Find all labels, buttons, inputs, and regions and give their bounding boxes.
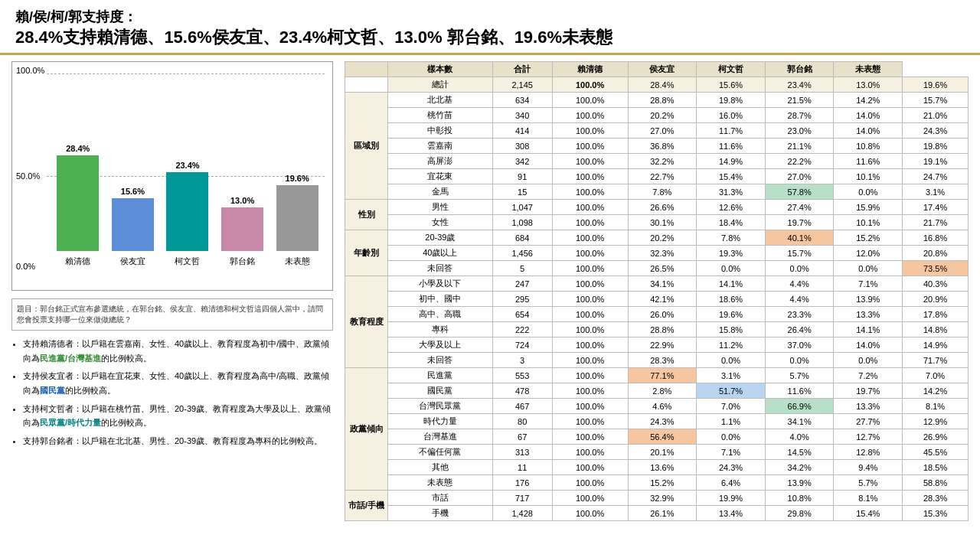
- bar-name-3: 郭台銘: [230, 256, 255, 267]
- bar-2: [166, 172, 208, 251]
- bar-name-4: 未表態: [285, 256, 310, 267]
- table-row: 市話/手機市話717100.0%32.9%19.9%10.8%8.1%28.3%: [345, 491, 969, 506]
- table-row: 手機1,428100.0%26.1%13.4%29.8%15.4%15.3%: [345, 506, 969, 521]
- bar-group-0: 28.4% 賴清德: [57, 144, 99, 267]
- left-panel: 100.0% 50.0% 0.0% 28.4% 賴清德 15.6% 侯友宜 23…: [11, 61, 333, 521]
- table-row: 年齡別20-39歲684100.0%20.2%7.8%40.1%15.2%16.…: [345, 230, 969, 246]
- bar-1: [112, 198, 154, 251]
- bullet-1: 支持侯友宜者：以戶籍在宜花東、女性、40歲以上、教育程度為高中/高職、政黨傾向為…: [23, 369, 333, 397]
- table-row: 教育程度小學及以下247100.0%34.1%14.1%4.4%7.1%40.3…: [345, 276, 969, 292]
- page-wrapper: 賴/侯/柯/郭支持度： 28.4%支持賴清德、15.6%侯友宜、23.4%柯文哲…: [0, 0, 980, 527]
- bar-name-2: 柯文哲: [175, 256, 200, 267]
- table-row: 國民黨478100.0%2.8%51.7%11.6%19.7%14.2%: [345, 383, 969, 399]
- header-line2: 28.4%支持賴清德、15.6%侯友宜、23.4%柯文哲、13.0% 郭台銘、1…: [15, 26, 965, 49]
- bar-group-3: 13.0% 郭台銘: [221, 196, 263, 267]
- bars-area: 28.4% 賴清德 15.6% 侯友宜 23.4% 柯文哲 13.0% 郭台銘 …: [51, 73, 325, 267]
- table-row: 大學及以上724100.0%22.9%11.2%37.0%14.0%14.9%: [345, 337, 969, 353]
- table-row: 宜花東91100.0%22.7%15.4%27.0%10.1%24.7%: [345, 169, 969, 184]
- bar-label-0: 28.4%: [66, 144, 90, 153]
- bar-group-4: 19.6% 未表態: [276, 174, 318, 267]
- table-row: 雲嘉南308100.0%36.8%11.6%21.1%10.8%19.8%: [345, 139, 969, 154]
- bar-0: [57, 155, 99, 251]
- data-table: 樣本數合計賴清德侯友宜柯文哲郭台銘未表態總計2,145100.0%28.4%15…: [345, 61, 969, 521]
- bar-label-3: 13.0%: [230, 196, 254, 205]
- table-row: 不偏任何黨313100.0%20.1%7.1%14.5%12.8%45.5%: [345, 445, 969, 460]
- total-row: 總計2,145100.0%28.4%15.6%23.4%13.0%19.6%: [345, 77, 969, 93]
- table-row: 台灣民眾黨467100.0%4.6%7.0%66.9%13.3%8.1%: [345, 399, 969, 414]
- bar-chart: 100.0% 50.0% 0.0% 28.4% 賴清德 15.6% 侯友宜 23…: [11, 61, 333, 291]
- bullet-2: 支持柯文哲者：以戶籍在桃竹苗、男性、20-39歲、教育程度為大學及以上、政黨傾向…: [23, 402, 333, 430]
- category-cell-4: 政黨傾向: [345, 368, 388, 491]
- header-line1: 賴/侯/柯/郭支持度：: [15, 8, 965, 26]
- bar-label-1: 15.6%: [121, 187, 145, 196]
- col-header-6: 郭台銘: [765, 62, 834, 77]
- bullets: 支持賴清德者：以戶籍在雲嘉南、女性、40歲以上、教育程度為初中/國中、政黨傾向為…: [11, 337, 333, 448]
- col-header-5: 柯文哲: [697, 62, 766, 77]
- y-axis-bottom-label: 0.0%: [16, 262, 35, 271]
- bar-3: [221, 207, 263, 251]
- bullet-3: 支持郭台銘者：以戶籍在北北基、男性、20-39歲、教育程度為專科的比例較高。: [23, 434, 333, 448]
- right-panel: 樣本數合計賴清德侯友宜柯文哲郭台銘未表態總計2,145100.0%28.4%15…: [345, 61, 969, 521]
- bar-group-2: 23.4% 柯文哲: [166, 161, 208, 267]
- table-row: 政黨傾向民進黨553100.0%77.1%3.1%5.7%7.2%7.0%: [345, 368, 969, 383]
- category-cell-1: 性別: [345, 200, 388, 230]
- bar-name-1: 侯友宜: [120, 256, 145, 267]
- table-row: 專科222100.0%28.8%15.8%26.4%14.1%14.8%: [345, 322, 969, 337]
- category-cell-2: 年齡別: [345, 230, 388, 276]
- bar-name-0: 賴清德: [65, 256, 90, 267]
- table-row: 中彰投414100.0%27.0%11.7%23.0%14.0%24.3%: [345, 123, 969, 139]
- y-axis-top-label: 100.0%: [16, 66, 44, 75]
- table-row: 高屏澎342100.0%32.2%14.9%22.2%11.6%19.1%: [345, 154, 969, 169]
- col-header-1: 樣本數: [388, 62, 493, 77]
- table-row: 其他11100.0%13.6%24.3%34.2%9.4%18.5%: [345, 460, 969, 475]
- col-header-2: 合計: [492, 62, 552, 77]
- y-axis-mid-label: 50.0%: [16, 171, 40, 181]
- table-row: 未回答3100.0%28.3%0.0%0.0%0.0%71.7%: [345, 353, 969, 368]
- table-row: 金馬15100.0%7.8%31.3%57.8%0.0%3.1%: [345, 184, 969, 200]
- category-cell-0: 區域別: [345, 93, 388, 200]
- col-header-4: 侯友宜: [628, 62, 697, 77]
- bar-group-1: 15.6% 侯友宜: [112, 187, 154, 267]
- bar-4: [276, 185, 318, 251]
- col-header-3: 賴清德: [552, 62, 628, 77]
- table-row: 初中、國中295100.0%42.1%18.6%4.4%13.9%20.9%: [345, 292, 969, 307]
- table-row: 性別男性1,047100.0%26.6%12.6%27.4%15.9%17.4%: [345, 200, 969, 215]
- table-row: 40歲以上1,456100.0%32.3%19.3%15.7%12.0%20.8…: [345, 246, 969, 261]
- bullet-0: 支持賴清德者：以戶籍在雲嘉南、女性、40歲以上、教育程度為初中/國中、政黨傾向為…: [23, 337, 333, 365]
- table-row: 女性1,098100.0%30.1%18.4%19.7%10.1%21.7%: [345, 215, 969, 230]
- col-header-7: 未表態: [834, 62, 903, 77]
- header: 賴/侯/柯/郭支持度： 28.4%支持賴清德、15.6%侯友宜、23.4%柯文哲…: [0, 0, 980, 55]
- table-row: 桃竹苗340100.0%20.2%16.0%28.7%14.0%21.0%: [345, 108, 969, 123]
- main-content: 100.0% 50.0% 0.0% 28.4% 賴清德 15.6% 侯友宜 23…: [0, 55, 980, 527]
- table-row: 區域別北北基634100.0%28.8%19.8%21.5%14.2%15.7%: [345, 93, 969, 108]
- table-row: 高中、高職654100.0%26.0%19.6%23.3%13.3%17.8%: [345, 307, 969, 322]
- table-row: 未表態176100.0%15.2%6.4%13.9%5.7%58.8%: [345, 475, 969, 491]
- bar-label-4: 19.6%: [286, 174, 309, 183]
- category-cell-5: 市話/手機: [345, 491, 388, 521]
- chart-note: 題目：郭台銘正式宣布參選總統，在郭台銘、侯友宜、賴清德和柯文哲這四個人當中，請問…: [11, 298, 333, 331]
- table-row: 未回答5100.0%26.5%0.0%0.0%0.0%73.5%: [345, 261, 969, 276]
- table-row: 時代力量80100.0%24.3%1.1%34.1%27.7%12.9%: [345, 414, 969, 429]
- col-header-0: [345, 62, 388, 77]
- bar-label-2: 23.4%: [175, 161, 199, 170]
- category-cell-3: 教育程度: [345, 276, 388, 368]
- table-row: 台灣基進67100.0%56.4%0.0%4.0%12.7%26.9%: [345, 429, 969, 445]
